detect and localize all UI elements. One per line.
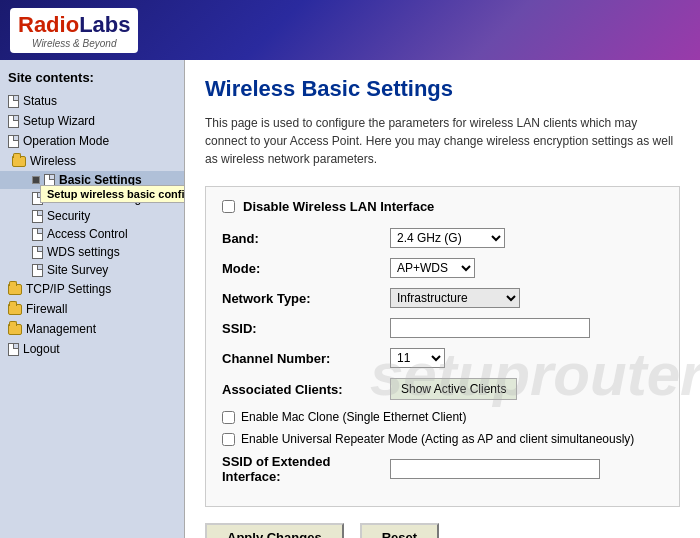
network-type-row: Network Type: Infrastructure Ad-Hoc xyxy=(222,288,663,308)
sidebar-item-tcpip[interactable]: TCP/IP Settings xyxy=(0,279,184,299)
associated-clients-label: Associated Clients: xyxy=(222,382,382,397)
page-icon xyxy=(32,264,43,277)
sidebar-label-security: Security xyxy=(47,209,90,223)
sidebar-label-setup-wizard: Setup Wizard xyxy=(23,114,95,128)
sidebar-item-logout[interactable]: Logout xyxy=(0,339,184,359)
sidebar-label-tcpip: TCP/IP Settings xyxy=(26,282,111,296)
page-icon xyxy=(32,246,43,259)
universal-repeater-label: Enable Universal Repeater Mode (Acting a… xyxy=(241,432,634,446)
page-icon xyxy=(8,343,19,356)
sidebar-item-wireless[interactable]: Wireless xyxy=(0,151,184,171)
page-icon xyxy=(8,115,19,128)
channel-row: Channel Number: 1234 5678 91011 1213 xyxy=(222,348,663,368)
sidebar: Site contents: Status Setup Wizard Opera… xyxy=(0,60,185,538)
sidebar-label-access-control: Access Control xyxy=(47,227,128,241)
mac-clone-label: Enable Mac Clone (Single Ethernet Client… xyxy=(241,410,466,424)
sidebar-title: Site contents: xyxy=(8,70,94,85)
disable-wireless-checkbox[interactable] xyxy=(222,200,235,213)
mac-clone-row: Enable Mac Clone (Single Ethernet Client… xyxy=(222,410,663,424)
mode-label: Mode: xyxy=(222,261,382,276)
sidebar-item-firewall[interactable]: Firewall xyxy=(0,299,184,319)
network-type-label: Network Type: xyxy=(222,291,382,306)
sidebar-item-management[interactable]: Management xyxy=(0,319,184,339)
disable-wireless-label: Disable Wireless LAN Interface xyxy=(243,199,434,214)
page-icon xyxy=(32,228,43,241)
folder-icon xyxy=(8,324,22,335)
folder-icon xyxy=(8,284,22,295)
tooltip-basic-settings: Setup wireless basic configuration xyxy=(40,185,185,203)
dot-icon xyxy=(32,176,40,184)
disable-wireless-row: Disable Wireless LAN Interface xyxy=(222,199,663,214)
network-type-select[interactable]: Infrastructure Ad-Hoc xyxy=(390,288,520,308)
reset-button[interactable]: Reset xyxy=(360,523,439,538)
sidebar-label-status: Status xyxy=(23,94,57,108)
page-icon xyxy=(32,210,43,223)
sidebar-item-access-control[interactable]: Access Control xyxy=(0,225,184,243)
main-content: setuprouter Wireless Basic Settings This… xyxy=(185,60,700,538)
ssid-row: SSID: xyxy=(222,318,663,338)
logo: RadioLabs Wireless & Beyond xyxy=(10,8,138,53)
mac-clone-checkbox[interactable] xyxy=(222,411,235,424)
sidebar-item-operation-mode[interactable]: Operation Mode xyxy=(0,131,184,151)
logo-subtitle: Wireless & Beyond xyxy=(32,38,116,49)
page-title: Wireless Basic Settings xyxy=(205,76,680,102)
sidebar-item-site-survey[interactable]: Site Survey xyxy=(0,261,184,279)
sidebar-item-security[interactable]: Security xyxy=(0,207,184,225)
band-select[interactable]: 2.4 GHz (G) 2.4 GHz (B) 2.4 GHz (B+G) 5 … xyxy=(390,228,505,248)
folder-icon xyxy=(12,156,26,167)
ssid-extended-row: SSID of Extended Interface: xyxy=(222,454,663,484)
sidebar-item-wds-settings[interactable]: WDS settings xyxy=(0,243,184,261)
logo-text: RadioLabs xyxy=(18,12,130,38)
ssid-input[interactable] xyxy=(390,318,590,338)
header: RadioLabs Wireless & Beyond xyxy=(0,0,700,60)
mode-select[interactable]: AP+WDS AP Client WDS xyxy=(390,258,475,278)
sidebar-item-status[interactable]: Status xyxy=(0,91,184,111)
universal-repeater-row: Enable Universal Repeater Mode (Acting a… xyxy=(222,432,663,446)
sidebar-label-site-survey: Site Survey xyxy=(47,263,108,277)
apply-changes-button[interactable]: Apply Changes xyxy=(205,523,344,538)
band-label: Band: xyxy=(222,231,382,246)
universal-repeater-checkbox[interactable] xyxy=(222,433,235,446)
sidebar-label-logout: Logout xyxy=(23,342,60,356)
channel-label: Channel Number: xyxy=(222,351,382,366)
sidebar-label-operation-mode: Operation Mode xyxy=(23,134,109,148)
associated-clients-row: Associated Clients: Show Active Clients xyxy=(222,378,663,400)
sidebar-label-management: Management xyxy=(26,322,96,336)
ssid-extended-input[interactable] xyxy=(390,459,600,479)
sidebar-header: Site contents: xyxy=(0,68,184,91)
settings-form: Disable Wireless LAN Interface Band: 2.4… xyxy=(205,186,680,507)
ssid-label: SSID: xyxy=(222,321,382,336)
sidebar-label-firewall: Firewall xyxy=(26,302,67,316)
channel-select[interactable]: 1234 5678 91011 1213 xyxy=(390,348,445,368)
sidebar-item-setup-wizard[interactable]: Setup Wizard xyxy=(0,111,184,131)
show-clients-button[interactable]: Show Active Clients xyxy=(390,378,517,400)
mode-row: Mode: AP+WDS AP Client WDS xyxy=(222,258,663,278)
sidebar-label-wireless: Wireless xyxy=(30,154,76,168)
page-description: This page is used to configure the param… xyxy=(205,114,680,168)
sidebar-item-basic-settings[interactable]: Basic Settings Setup wireless basic conf… xyxy=(0,171,184,189)
ssid-extended-label: SSID of Extended Interface: xyxy=(222,454,382,484)
page-icon xyxy=(8,135,19,148)
button-row: Apply Changes Reset xyxy=(205,523,680,538)
folder-icon xyxy=(8,304,22,315)
sidebar-label-wds-settings: WDS settings xyxy=(47,245,120,259)
page-icon xyxy=(8,95,19,108)
band-row: Band: 2.4 GHz (G) 2.4 GHz (B) 2.4 GHz (B… xyxy=(222,228,663,248)
